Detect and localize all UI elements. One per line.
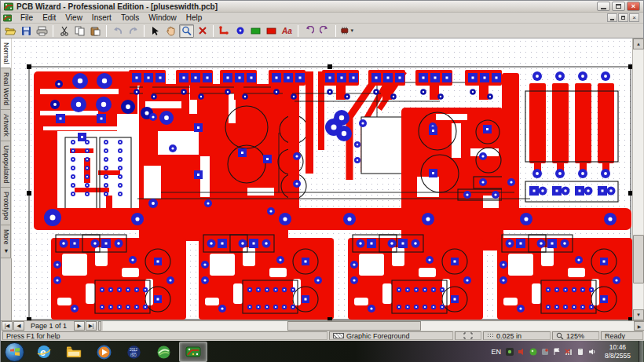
menu-insert[interactable]: Insert <box>87 13 116 23</box>
rotate-left-button[interactable] <box>302 24 317 38</box>
redo-button[interactable] <box>126 24 141 38</box>
page-bar: |◀ ◀ Page 1 of 1 ▶ ▶| ▶ <box>1 320 644 331</box>
minimize-button[interactable] <box>597 2 610 11</box>
taskbar-item-internet-explorer[interactable]: e <box>30 342 58 362</box>
menu-edit[interactable]: Edit <box>38 13 60 23</box>
save-floppy-icon <box>21 26 31 36</box>
first-page-button[interactable]: |◀ <box>2 321 13 331</box>
tab-more[interactable]: More ▾ <box>1 225 11 259</box>
clipboard-icon[interactable] <box>576 348 585 357</box>
system-tray: EN 10:46 8/8/2555 <box>491 341 644 362</box>
terminal-block[interactable] <box>322 70 359 100</box>
updater-icon[interactable] <box>541 348 550 357</box>
pcb-module[interactable] <box>199 235 334 320</box>
place-pad-button[interactable] <box>232 24 247 38</box>
status-layer[interactable]: Graphic Foreground <box>329 331 453 340</box>
terminal-block[interactable] <box>465 70 502 100</box>
red-rect-icon <box>266 27 276 35</box>
place-track-button[interactable] <box>217 24 232 38</box>
toolbar-separator <box>106 25 107 37</box>
rotate-right-button[interactable] <box>317 24 332 38</box>
menu-tools[interactable]: Tools <box>116 13 144 23</box>
open-button[interactable] <box>3 24 18 38</box>
print-button[interactable] <box>35 24 49 38</box>
cut-button[interactable] <box>57 24 71 38</box>
undo-arrow-icon <box>112 26 123 35</box>
cursor-arrow-icon <box>151 26 159 36</box>
start-button[interactable] <box>5 342 24 362</box>
vertical-scrollbar[interactable]: ▲ ▼ <box>632 38 643 320</box>
taskbar-item-disc-app[interactable]: 2012ISO <box>119 342 148 362</box>
place-component-silk-button[interactable] <box>248 24 263 38</box>
restore-button[interactable] <box>612 2 625 11</box>
menu-window[interactable]: Window <box>144 13 181 23</box>
tab-real-world[interactable]: Real World <box>1 68 11 110</box>
child-restore-button[interactable] <box>618 13 628 22</box>
pcb-module[interactable] <box>51 235 186 320</box>
copy-button[interactable] <box>72 24 87 38</box>
horizontal-scroll-thumb[interactable] <box>287 321 421 331</box>
scroll-up-button[interactable]: ▲ <box>633 38 644 49</box>
tab-normal[interactable]: Normal <box>1 38 11 68</box>
volume-red-icon[interactable] <box>518 348 526 357</box>
terminal-block[interactable] <box>415 70 452 100</box>
minimize-icon <box>601 8 606 9</box>
internet-explorer-icon: e <box>36 344 52 360</box>
show-desktop-button[interactable] <box>639 341 643 362</box>
pan-tool-button[interactable] <box>163 24 178 38</box>
next-page-button[interactable]: ▶ <box>74 321 85 331</box>
prev-page-button[interactable]: ◀ <box>13 321 24 331</box>
status-bar: Press F1 for help Graphic Foreground 0.0… <box>1 331 644 341</box>
action-center-flag-icon[interactable] <box>553 348 562 357</box>
undo-button[interactable] <box>110 24 125 38</box>
scroll-right-button[interactable]: ▶ <box>634 321 644 331</box>
taskbar-item-media-player[interactable] <box>90 342 118 362</box>
tab-unpopulated[interactable]: Unpopulated <box>1 141 11 188</box>
zoom-tool-button[interactable] <box>179 24 194 38</box>
speaker-icon[interactable] <box>588 348 597 357</box>
pcb-drawing[interactable] <box>12 38 632 320</box>
pcb-canvas[interactable] <box>12 38 632 320</box>
layer-swatch-icon <box>333 333 344 338</box>
place-copper-area-button[interactable] <box>264 24 279 38</box>
terminal-block[interactable] <box>368 70 405 100</box>
status-state-text: Ready <box>605 332 625 340</box>
green-tray-app-icon[interactable] <box>529 348 538 357</box>
svg-text:2012: 2012 <box>130 348 138 352</box>
select-tool-button[interactable] <box>148 24 163 38</box>
tab-artwork[interactable]: Artwork <box>1 110 11 141</box>
delete-tool-button[interactable] <box>195 24 210 38</box>
child-minimize-button[interactable] <box>607 13 617 22</box>
language-indicator[interactable]: EN <box>491 348 503 356</box>
network-offline-icon[interactable] <box>565 348 573 357</box>
tray-clock[interactable]: 10:46 8/8/2555 <box>600 343 635 360</box>
paste-button[interactable] <box>88 24 103 38</box>
taskbar: e 2012ISO EN 10:46 8 <box>1 341 644 362</box>
taskbar-item-file-explorer[interactable] <box>60 342 88 362</box>
horizontal-scrollbar[interactable] <box>103 321 634 331</box>
component-library-button[interactable]: ▾ <box>339 24 354 38</box>
right-power-bars[interactable] <box>525 71 618 202</box>
child-close-button[interactable]: × <box>629 13 639 22</box>
scroll-down-button[interactable]: ▼ <box>633 309 644 320</box>
app-tray-icon[interactable] <box>506 348 514 357</box>
menu-view[interactable]: View <box>60 13 87 23</box>
last-page-button[interactable]: ▶| <box>86 321 97 331</box>
menu-help[interactable]: Help <box>181 13 207 23</box>
pcb-module[interactable] <box>348 235 483 320</box>
vertical-scroll-thumb[interactable] <box>633 235 644 283</box>
pane-splitter[interactable] <box>98 321 101 331</box>
menu-file[interactable]: File <box>16 13 38 23</box>
tab-prototype[interactable]: Prototype <box>1 188 11 225</box>
pcb-module[interactable] <box>497 235 632 320</box>
title-bar: PCB Wizard - Professional Edition - [plu… <box>1 1 643 13</box>
status-zoom[interactable]: 125% <box>552 331 599 340</box>
status-grid[interactable]: 0.025 in <box>483 331 551 340</box>
close-button[interactable]: × <box>627 2 640 11</box>
place-text-button[interactable]: Aa <box>280 24 295 38</box>
green-app-icon <box>156 345 171 360</box>
taskbar-item-pcb-wizard[interactable] <box>179 342 207 362</box>
taskbar-item-green-app[interactable] <box>149 342 177 362</box>
save-button[interactable] <box>19 24 34 38</box>
tabstrip-filler <box>1 258 12 320</box>
